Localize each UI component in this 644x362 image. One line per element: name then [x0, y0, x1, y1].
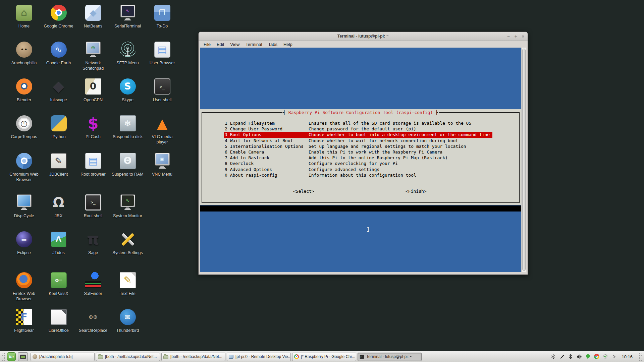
- chevron-icon[interactable]: [611, 354, 617, 359]
- desktop-icon-system-settings[interactable]: System Settings: [110, 229, 145, 270]
- panel-grip-handle-right[interactable]: [638, 353, 642, 361]
- menu-edit[interactable]: Edit: [214, 42, 227, 47]
- volume-icon[interactable]: [577, 354, 582, 359]
- desktop-icon-system-monitor[interactable]: ∿ System Monitor: [110, 192, 145, 229]
- select-button[interactable]: <Select>: [293, 189, 314, 194]
- raspi-item-description: Ensures that all of the SD card storage …: [309, 121, 471, 126]
- desktop-icon-skype[interactable]: S Skype: [110, 76, 145, 113]
- desktop-icon-keepassx[interactable]: o─ KeePassX: [41, 270, 76, 307]
- taskbar-button-label: [pl-pi:0 - Remote Desktop Vie...: [235, 354, 290, 359]
- desktop-icon-libreoffice[interactable]: LibreOffice: [41, 307, 76, 344]
- desktop-icon-arachnophilia[interactable]: •• Arachnophilia: [7, 40, 41, 76]
- desktop-icon-netbeans[interactable]: ◆ NetBeans: [76, 3, 110, 40]
- window-titlebar[interactable]: Terminal - lutusp@pl-pi: ~ − + ×: [199, 32, 528, 41]
- desktop-icon-ipython[interactable]: IPython: [41, 113, 76, 151]
- desktop-icon-sage[interactable]: π Sage: [76, 229, 110, 270]
- show-desktop-button[interactable]: [18, 352, 28, 361]
- desktop-icon-jrx[interactable]: Ω JRX: [41, 192, 76, 229]
- desktop-icon-plcash[interactable]: $ PLCash: [76, 113, 110, 151]
- desktop-icon-sftp-menu[interactable]: SFTP Menu: [110, 40, 145, 76]
- desktop-icon-vnc-menu[interactable]: ▣ VNC Menu: [145, 151, 179, 192]
- desktop-icon-chromium-web-browser[interactable]: Chromium Web Browser: [7, 151, 41, 192]
- shield-icon[interactable]: [603, 354, 608, 359]
- raspi-menu-item[interactable]: 5 Internationalisation OptionsSet up lan…: [224, 143, 492, 149]
- raspi-item-description: Change password for the default user (pi…: [309, 126, 416, 131]
- desktop-icon-network-scratchpad[interactable]: ⊕ Network Scratchpad: [76, 40, 110, 76]
- flightgear-icon: F: [16, 309, 32, 325]
- taskbar-window-button[interactable]: [pl-pi:0 - Remote Desktop Vie...: [227, 353, 291, 361]
- desktop-icon-label: SearchReplace: [79, 328, 107, 333]
- stylus-icon[interactable]: [559, 354, 565, 359]
- desktop-icon-user-shell[interactable]: >_ User shell: [145, 76, 179, 113]
- raspi-item-description: Choose whether to wait for network conne…: [309, 138, 458, 143]
- panel-grip-handle[interactable]: [2, 353, 5, 361]
- raspi-menu-item[interactable]: 2 Change User PasswordChange password fo…: [224, 126, 492, 132]
- terminal-window: Terminal - lutusp@pl-pi: ~ − + × FileEdi…: [198, 32, 528, 275]
- desktop-icon-label: Thunderbird: [116, 328, 139, 333]
- raspi-item-description: Add this Pi to the online Raspberry Pi M…: [309, 155, 448, 160]
- minimize-button[interactable]: −: [507, 34, 510, 39]
- desktop-icon-blender[interactable]: Blender: [7, 76, 41, 113]
- desktop-icon-carpetempus[interactable]: ◷ CarpeTempus: [7, 113, 41, 151]
- desktop-icon-root-browser[interactable]: ▤ Root browser: [76, 151, 110, 192]
- bluetooth-icon[interactable]: [568, 354, 573, 359]
- taskbar-window-button[interactable]: [* Raspberry Pi - Google Chr...: [292, 353, 356, 361]
- desktop-icon-searchreplace[interactable]: ⊙⊙ SearchReplace: [76, 307, 110, 344]
- desktop-icon-disp-cycle[interactable]: Disp Cycle: [7, 192, 41, 229]
- desktop-icon-eclipse[interactable]: ≡ Eclipse: [7, 229, 41, 270]
- balloon-icon[interactable]: [585, 354, 591, 359]
- suspend-to-ram-icon: Θ: [120, 153, 136, 169]
- raspi-menu-item[interactable]: 8 OverclockConfigure overclocking for yo…: [224, 161, 492, 166]
- scrollbar-thumb[interactable]: [522, 49, 526, 271]
- desktop-icon-firefox-web-browser[interactable]: Firefox Web Browser: [7, 270, 41, 307]
- menu-tabs[interactable]: Tabs: [265, 42, 280, 47]
- menu-view[interactable]: View: [227, 42, 243, 47]
- raspi-menu-item[interactable]: 9 Advanced OptionsConfigure advanced set…: [224, 167, 492, 172]
- desktop-icon-jdbclient[interactable]: ✎ JDBClient: [41, 151, 76, 192]
- desktop-icon-inkscape[interactable]: ◆ Inkscape: [41, 76, 76, 113]
- terminal-icon: [360, 355, 364, 359]
- menu-terminal[interactable]: Terminal: [243, 42, 265, 47]
- desktop-icon-home[interactable]: ⌂ Home: [7, 3, 41, 40]
- desktop-icon-text-file[interactable]: ✎ Text File: [110, 270, 145, 307]
- raspi-menu-item[interactable]: 3 Boot OptionsChoose whether to boot int…: [224, 132, 492, 137]
- desktop-icon-suspend-to-ram[interactable]: Θ Suspend to RAM: [110, 151, 145, 192]
- taskbar-window-button[interactable]: [Arachnophilia 5.5]: [31, 353, 95, 361]
- desktop-icon-thunderbird[interactable]: ✉ Thunderbird: [110, 307, 145, 344]
- mint-menu-button[interactable]: lm: [7, 352, 16, 361]
- close-button[interactable]: ×: [522, 34, 524, 39]
- desktop-icon-flightgear[interactable]: F FlightGear: [7, 307, 41, 344]
- skype-icon: S: [120, 78, 136, 95]
- finish-button[interactable]: <Finish>: [406, 189, 427, 194]
- chrome-icon[interactable]: [594, 354, 599, 359]
- desktop-icon-to-do[interactable]: ❐ To-Do: [145, 3, 179, 40]
- desktop-icon-google-earth[interactable]: ∿ Google Earth: [41, 40, 76, 76]
- desktop-icon-vlc-media-player[interactable]: ▲ VLC media player: [145, 113, 179, 151]
- taskbar-window-button[interactable]: [both - /netbackup/data/Net...: [96, 353, 160, 361]
- desktop-icon-user-browser[interactable]: ▤ User Browser: [145, 40, 179, 76]
- desktop-icon-serialterminal[interactable]: ∿ SerialTerminal: [110, 3, 145, 40]
- raspi-menu-item[interactable]: 0 About raspi-configInformation about th…: [224, 172, 492, 178]
- desktop-icon-google-chrome[interactable]: Google Chrome: [41, 3, 76, 40]
- jrx-icon: Ω: [51, 194, 67, 210]
- bluetooth-icon[interactable]: [550, 354, 556, 359]
- menu-help[interactable]: Help: [280, 42, 296, 47]
- desktop-icon-jtides[interactable]: Λ JTides: [41, 229, 76, 270]
- taskbar-window-button[interactable]: Terminal - lutusp@pl-pi: ~: [358, 353, 422, 361]
- desktop-icon-root-shell[interactable]: >_ Root shell: [76, 192, 110, 229]
- terminal-content[interactable]: Raspberry Pi Software Configuration Tool…: [200, 48, 521, 272]
- raspi-menu-item[interactable]: 7 Add to RastrackAdd this Pi to the onli…: [224, 155, 492, 161]
- taskbar-window-button[interactable]: [both - /netbackup/data/Net...: [161, 353, 225, 361]
- maximize-button[interactable]: +: [515, 34, 517, 39]
- raspi-item-description: Set up language and regional settings to…: [309, 144, 466, 149]
- desktop-icon-opencpn[interactable]: 0 OpenCPN: [76, 76, 110, 113]
- eclipse-icon: ≡: [16, 231, 32, 247]
- taskbar-button-label: [both - /netbackup/data/Net...: [105, 354, 157, 359]
- terminal-scrollbar[interactable]: [521, 48, 526, 272]
- menu-file[interactable]: File: [201, 42, 214, 47]
- desktop-icon-satfinder[interactable]: SatFinder: [76, 270, 110, 307]
- raspi-menu-item[interactable]: 6 Enable CameraEnable this Pi to work wi…: [224, 149, 492, 155]
- raspi-menu-item[interactable]: 1 Expand FilesystemEnsures that all of t…: [224, 120, 492, 126]
- raspi-menu-item[interactable]: 4 Wait for Network at BootChoose whether…: [224, 138, 492, 143]
- desktop-icon-suspend-to-disk[interactable]: ❄ Suspend to disk: [110, 113, 145, 151]
